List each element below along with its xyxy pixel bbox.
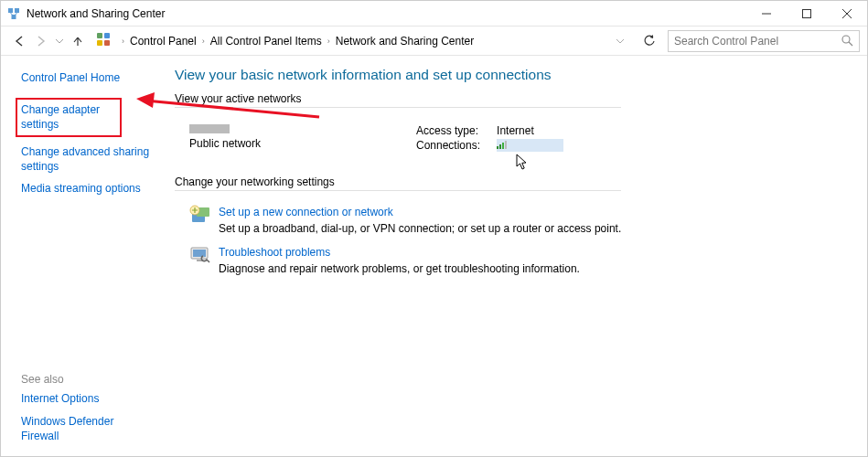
chevron-right-icon[interactable]: › [327, 37, 330, 46]
sidebar-advanced-sharing[interactable]: Change advanced sharing settings [21, 144, 155, 174]
window-title: Network and Sharing Center [27, 7, 165, 20]
chevron-right-icon[interactable]: › [122, 37, 124, 46]
minimize-button[interactable] [746, 1, 787, 27]
crumb-control-panel[interactable]: Control Panel [130, 35, 197, 48]
content-area: Control Panel Home Change adapter settin… [1, 56, 867, 457]
network-entry: Public network Access type: Internet Con… [175, 122, 849, 154]
refresh-button[interactable] [638, 30, 660, 52]
svg-rect-21 [193, 250, 206, 257]
svg-rect-4 [803, 9, 811, 17]
sidebar-change-adapter[interactable]: Change adapter settings [16, 98, 122, 136]
troubleshoot-link[interactable]: Troubleshoot problems [219, 246, 580, 259]
sidebar-media-streaming[interactable]: Media streaming options [21, 181, 155, 196]
svg-rect-10 [104, 40, 110, 46]
search-field[interactable] [674, 35, 841, 48]
svg-rect-16 [505, 141, 507, 149]
svg-rect-0 [8, 8, 13, 13]
chevron-right-icon[interactable]: › [202, 37, 205, 46]
svg-rect-15 [502, 143, 504, 149]
search-input[interactable] [668, 30, 860, 52]
nav-back-button[interactable] [9, 31, 29, 51]
toolbar: › Control Panel › All Control Panel Item… [1, 27, 867, 56]
network-type: Public network [189, 137, 414, 150]
network-center-icon [6, 6, 21, 21]
breadcrumb-dropdown-icon[interactable] [610, 31, 630, 51]
search-icon [841, 35, 853, 47]
troubleshoot-desc: Diagnose and repair network problems, or… [219, 262, 580, 275]
breadcrumb: › Control Panel › All Control Panel Item… [116, 35, 474, 48]
see-also-section: See also Internet Options Windows Defend… [21, 373, 155, 449]
sidebar-control-panel-home[interactable]: Control Panel Home [21, 70, 155, 85]
svg-line-12 [849, 42, 852, 46]
svg-point-11 [842, 36, 850, 43]
recent-locations-dropdown[interactable] [53, 31, 66, 51]
svg-rect-8 [104, 33, 110, 38]
access-type-value: Internet [497, 124, 563, 137]
main-heading: View your basic network information and … [175, 67, 849, 83]
crumb-current[interactable]: Network and Sharing Center [336, 35, 474, 48]
network-name-redacted [189, 124, 230, 133]
sidebar: Control Panel Home Change adapter settin… [1, 56, 166, 457]
setup-connection-icon [189, 204, 211, 226]
troubleshoot-item: Troubleshoot problems Diagnose and repai… [189, 246, 849, 275]
network-info-left: Public network [189, 122, 414, 154]
setup-connection-link[interactable]: Set up a new connection or network [219, 206, 621, 218]
main-panel: View your basic network information and … [166, 56, 867, 457]
troubleshoot-icon [189, 244, 211, 266]
control-panel-icon [96, 32, 111, 49]
wifi-signal-icon [497, 139, 507, 152]
connection-link[interactable] [497, 139, 563, 152]
svg-rect-1 [15, 8, 19, 13]
see-also-firewall[interactable]: Windows Defender Firewall [21, 414, 155, 443]
see-also-internet-options[interactable]: Internet Options [21, 391, 155, 406]
see-also-heading: See also [21, 373, 155, 386]
svg-rect-7 [97, 33, 102, 38]
title-bar: Network and Sharing Center [1, 1, 867, 27]
divider [175, 190, 621, 191]
active-networks-label: View your active networks [175, 92, 849, 105]
divider [175, 107, 621, 108]
maximize-button[interactable] [787, 1, 827, 27]
setup-connection-item: Set up a new connection or network Set u… [189, 206, 849, 235]
connections-label: Connections: [416, 139, 495, 152]
setup-connection-desc: Set up a broadband, dial-up, or VPN conn… [219, 222, 621, 235]
close-button[interactable] [827, 1, 867, 27]
svg-rect-14 [499, 144, 501, 149]
nav-up-button[interactable] [68, 31, 88, 51]
access-type-label: Access type: [416, 124, 495, 137]
svg-rect-9 [97, 40, 102, 46]
connection-name-redacted [510, 140, 562, 151]
crumb-all-items[interactable]: All Control Panel Items [210, 35, 322, 48]
change-settings-label: Change your networking settings [175, 175, 849, 188]
window-controls [746, 1, 867, 27]
network-info-right: Access type: Internet Connections: [414, 122, 565, 154]
svg-rect-13 [497, 146, 498, 149]
nav-forward-button[interactable] [31, 31, 51, 51]
